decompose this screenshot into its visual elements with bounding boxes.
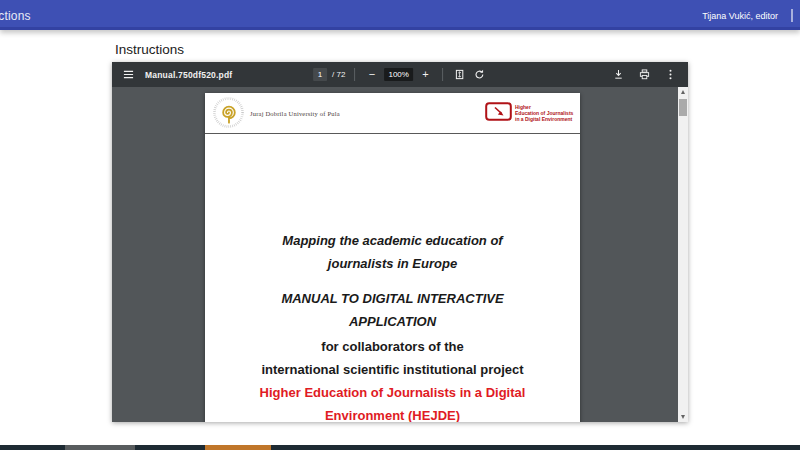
hamburger-icon	[123, 69, 134, 80]
document-header: Juraj Dobrila University of Pula Higher …	[205, 97, 580, 133]
app-header: Instructions Tijana Vukić, editor	[0, 0, 800, 30]
user-label: Tijana Vukić, editor	[702, 11, 778, 21]
print-button[interactable]	[637, 67, 652, 82]
university-seal-icon	[213, 97, 244, 128]
more-options-button[interactable]	[663, 67, 678, 82]
zoom-level-display: 100%	[384, 68, 412, 81]
document-body-line: international scientific institutional p…	[205, 358, 580, 381]
project-logo-text: Higher Education of Journalists in a Dig…	[515, 102, 573, 122]
pdf-page: Juraj Dobrila University of Pula Higher …	[205, 93, 580, 422]
project-logo: Higher Education of Journalists in a Dig…	[485, 102, 573, 122]
pdf-toolbar: Manual.750df520.pdf 1 / 72 − 100% +	[112, 62, 688, 87]
university-name: Juraj Dobrila University of Pula	[250, 110, 340, 117]
pdf-content-area: Juraj Dobrila University of Pula Higher …	[112, 87, 688, 422]
document-project-name-line: Higher Education of Journalists in a Dig…	[205, 381, 580, 404]
triangle-up-icon	[681, 90, 685, 94]
pdf-scrollbar[interactable]	[678, 87, 688, 422]
document-header-rule	[205, 133, 580, 134]
download-button[interactable]	[611, 67, 626, 82]
document-body: Mapping the academic education of journa…	[205, 225, 580, 422]
page-total-label: / 72	[332, 70, 345, 79]
bottom-strip-orange-segment	[205, 445, 271, 450]
toolbar-separator	[354, 68, 355, 81]
fit-to-page-icon	[454, 69, 465, 80]
sidebar-menu-button[interactable]	[121, 67, 136, 82]
bottom-strip-gray-segment	[65, 445, 135, 450]
rotate-button[interactable]	[472, 67, 487, 82]
scrollbar-thumb[interactable]	[679, 99, 687, 116]
page-number-input[interactable]: 1	[313, 68, 327, 81]
rotate-icon	[474, 69, 485, 80]
page-title: Instructions	[115, 42, 184, 57]
pdf-viewer: Manual.750df520.pdf 1 / 72 − 100% +	[112, 62, 688, 422]
toolbar-separator	[442, 68, 443, 81]
kebab-menu-icon	[665, 69, 676, 80]
document-title-line: journalists in Europe	[205, 252, 580, 275]
project-logo-line: in a Digital Environment	[515, 116, 573, 122]
toolbar-center-group: 1 / 72 − 100% +	[313, 62, 487, 87]
project-logo-icon	[485, 102, 512, 121]
scroll-up-button[interactable]	[678, 87, 688, 97]
zoom-out-button[interactable]: −	[364, 67, 379, 82]
document-body-line: for collaborators of the	[205, 335, 580, 358]
document-subtitle-line: MANUAL TO DIGITAL INTERACTIVE	[205, 287, 580, 310]
header-divider	[791, 9, 793, 22]
download-icon	[613, 69, 624, 80]
pdf-filename: Manual.750df520.pdf	[145, 70, 232, 80]
document-title-line: Mapping the academic education of	[205, 229, 580, 252]
toolbar-right-group	[611, 67, 688, 82]
document-project-name-line: Environment (HEJDE)	[205, 404, 580, 422]
nav-item-instructions[interactable]: Instructions	[0, 9, 31, 23]
document-subtitle-line: APPLICATION	[205, 310, 580, 333]
bottom-window-edge	[0, 445, 800, 450]
triangle-down-icon	[681, 415, 685, 419]
scroll-down-button[interactable]	[678, 412, 688, 422]
zoom-in-button[interactable]: +	[418, 67, 433, 82]
toolbar-left-group: Manual.750df520.pdf	[112, 67, 232, 82]
print-icon	[639, 69, 650, 80]
fit-to-page-button[interactable]	[452, 67, 467, 82]
